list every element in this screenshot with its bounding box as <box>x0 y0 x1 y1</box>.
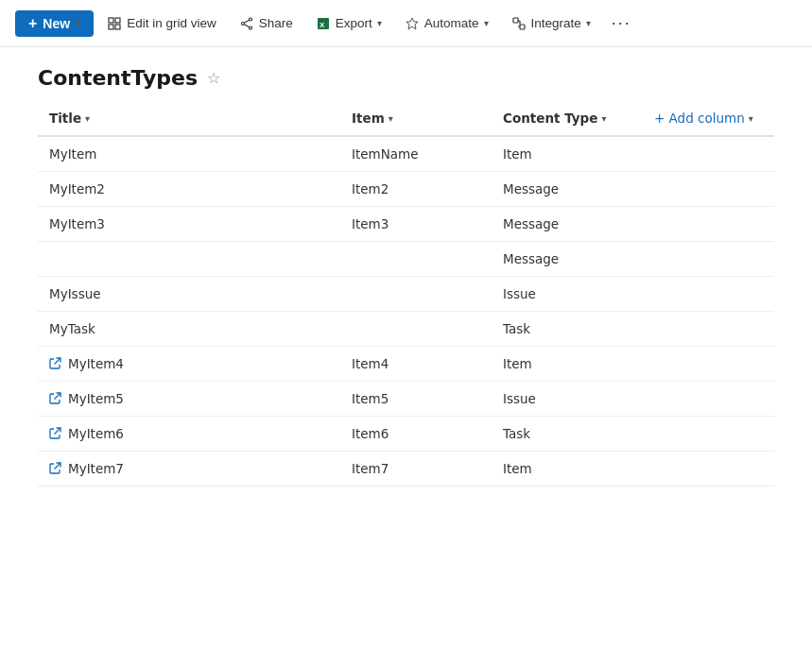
title-col-chevron: ▾ <box>85 113 90 124</box>
cell-item: Item3 <box>340 207 492 242</box>
more-label: ··· <box>612 13 631 32</box>
title-value: MyItem3 <box>49 216 105 231</box>
cell-item <box>340 242 492 277</box>
svg-line-16 <box>55 463 61 470</box>
automate-chevron-icon: ▾ <box>484 18 489 28</box>
table-row[interactable]: MyItem2Item2Message <box>38 172 774 207</box>
integrate-label: Integrate <box>531 16 581 30</box>
cell-add-col <box>643 347 774 382</box>
integrate-button[interactable]: Integrate ▾ <box>502 10 600 37</box>
cell-add-col <box>643 207 774 242</box>
share-icon <box>239 16 254 31</box>
table-row[interactable]: MyIssueIssue <box>38 277 774 312</box>
cell-add-col <box>643 136 774 172</box>
svg-rect-11 <box>513 18 518 23</box>
cell-add-col <box>643 382 774 417</box>
external-link-icon <box>49 427 62 440</box>
integrate-chevron-icon: ▾ <box>586 18 591 28</box>
table-header-row: Title ▾ Item ▾ Content Type ▾ <box>38 101 774 136</box>
table-row[interactable]: MyItem5Item5Issue <box>38 382 774 417</box>
col-header-title[interactable]: Title ▾ <box>38 101 340 136</box>
table-body: MyItemItemNameItemMyItem2Item2MessageMyI… <box>38 136 774 487</box>
add-col-chevron: ▾ <box>749 113 753 124</box>
table-row[interactable]: MyItemItemNameItem <box>38 136 774 172</box>
cell-add-col <box>643 452 774 487</box>
edit-grid-button[interactable]: Edit in grid view <box>97 10 226 37</box>
svg-line-15 <box>55 428 61 435</box>
svg-point-6 <box>241 22 244 25</box>
table-row[interactable]: MyItem3Item3Message <box>38 207 774 242</box>
cell-title: MyTask <box>38 312 340 347</box>
svg-rect-2 <box>109 25 113 29</box>
favorite-icon[interactable]: ☆ <box>207 69 220 87</box>
cell-title: MyItem4 <box>38 347 340 382</box>
export-chevron-icon: ▾ <box>377 18 382 28</box>
share-label: Share <box>259 16 293 30</box>
cell-content-type: Message <box>492 242 643 277</box>
cell-content-type: Item <box>492 452 643 487</box>
item-col-chevron: ▾ <box>389 113 393 124</box>
cell-title: MyIssue <box>38 277 340 312</box>
content-table-wrapper: Title ▾ Item ▾ Content Type ▾ <box>0 101 812 487</box>
title-value: MyItem6 <box>68 426 124 441</box>
content-type-col-chevron: ▾ <box>601 113 606 124</box>
svg-point-5 <box>249 26 251 29</box>
external-link-icon <box>49 357 62 370</box>
svg-rect-3 <box>115 25 120 29</box>
table-row[interactable]: Message <box>38 242 774 277</box>
title-value: MyTask <box>49 321 95 336</box>
new-label: New <box>43 16 70 31</box>
add-col-label: + Add column <box>654 111 745 126</box>
cell-add-col <box>643 312 774 347</box>
svg-rect-1 <box>115 18 120 23</box>
cell-item: Item7 <box>340 452 492 487</box>
cell-item <box>340 277 492 312</box>
cell-title: MyItem6 <box>38 417 340 452</box>
col-header-content-type[interactable]: Content Type ▾ <box>492 101 643 136</box>
col-header-add-column[interactable]: + Add column ▾ <box>643 101 774 136</box>
cell-title: MyItem2 <box>38 172 340 207</box>
svg-text:X: X <box>320 21 325 29</box>
cell-title: MyItem3 <box>38 207 340 242</box>
new-chevron-icon: ▾ <box>76 18 80 28</box>
item-col-label: Item <box>352 111 385 126</box>
svg-line-14 <box>55 393 61 400</box>
cell-content-type: Task <box>492 417 643 452</box>
cell-title <box>38 242 340 277</box>
cell-content-type: Task <box>492 312 643 347</box>
cell-content-type: Message <box>492 172 643 207</box>
content-type-col-label: Content Type <box>503 111 597 126</box>
automate-icon <box>405 16 420 31</box>
share-button[interactable]: Share <box>230 10 302 37</box>
title-value: MyItem <box>49 146 96 162</box>
export-button[interactable]: X Export ▾ <box>306 10 391 37</box>
cell-content-type: Message <box>492 207 643 242</box>
table-row[interactable]: MyItem7Item7Item <box>38 452 774 487</box>
new-button[interactable]: + New ▾ <box>15 10 94 37</box>
cell-content-type: Issue <box>492 277 643 312</box>
cell-item <box>340 312 492 347</box>
title-col-label: Title <box>49 111 81 126</box>
more-options-button[interactable]: ··· <box>604 8 639 39</box>
cell-content-type: Item <box>492 136 643 172</box>
title-value: MyItem2 <box>49 181 105 196</box>
title-value: MyItem5 <box>68 391 124 406</box>
content-types-table: Title ▾ Item ▾ Content Type ▾ <box>38 101 774 487</box>
cell-title: MyItem5 <box>38 382 340 417</box>
cell-content-type: Issue <box>492 382 643 417</box>
title-value: MyIssue <box>49 286 101 301</box>
svg-rect-0 <box>109 18 113 23</box>
table-row[interactable]: MyItem4Item4Item <box>38 347 774 382</box>
cell-add-col <box>643 277 774 312</box>
col-header-item[interactable]: Item ▾ <box>340 101 492 136</box>
cell-item: Item5 <box>340 382 492 417</box>
integrate-icon <box>511 16 527 31</box>
toolbar: + New ▾ Edit in grid view Share <box>0 0 812 47</box>
automate-button[interactable]: Automate ▾ <box>395 10 498 37</box>
page-header: ContentTypes ☆ <box>0 47 812 101</box>
table-row[interactable]: MyItem6Item6Task <box>38 417 774 452</box>
svg-line-13 <box>55 358 61 365</box>
table-row[interactable]: MyTaskTask <box>38 312 774 347</box>
cell-content-type: Item <box>492 347 643 382</box>
external-link-icon <box>49 462 62 475</box>
